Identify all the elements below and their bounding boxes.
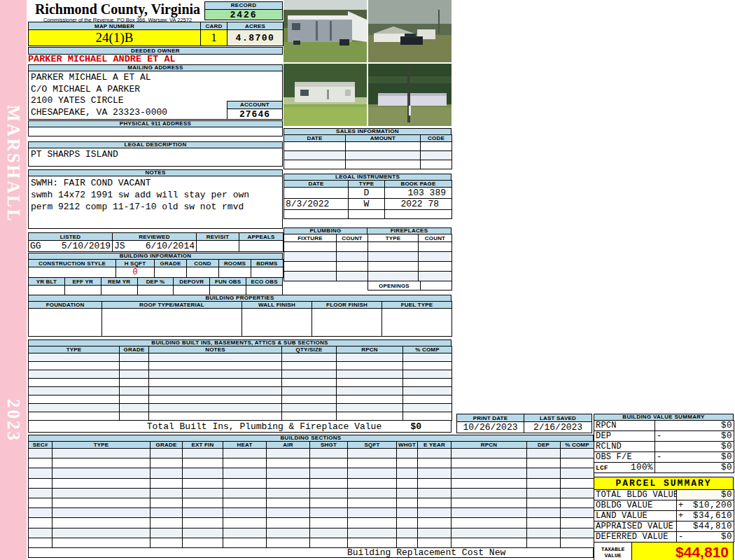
col-header: REM YR — [101, 278, 137, 286]
empty-cell — [101, 286, 137, 295]
empty-cell — [421, 160, 452, 169]
physical-address-value — [28, 127, 283, 136]
empty-cell — [403, 404, 452, 412]
empty-cell — [210, 286, 246, 295]
summary-label: DEP — [594, 431, 655, 442]
empty-cell — [348, 508, 397, 518]
col-header: BOOK PAGE — [385, 181, 452, 188]
parcel-value: $0 — [721, 490, 732, 500]
empty-cell — [337, 262, 368, 272]
col-header: EXT FIN — [183, 442, 223, 449]
map-number-value: 24(1)B — [29, 30, 201, 46]
empty-cell — [120, 362, 149, 370]
empty-cell — [403, 370, 452, 379]
physical-address-section: PHYSICAL 911 ADDRESS — [28, 120, 283, 136]
parcel-summary-row: APPRAISED VALUE $44,810 — [594, 522, 734, 532]
empty-cell — [29, 528, 52, 538]
empty-cell — [561, 518, 594, 528]
review-table: LISTED REVIEWED REVISIT APPEALS GG 5/10/… — [28, 232, 283, 252]
empty-cell — [337, 404, 403, 412]
map-card-acres: MAP NUMBER CARD ACRES 24(1)B 1 4.8700 — [28, 22, 283, 46]
parcel-label: APPRAISED VALUE — [594, 522, 677, 532]
instrument-book-page: 103 389 — [385, 188, 452, 199]
empty-cell — [368, 242, 419, 252]
empty-cell — [337, 252, 368, 262]
empty-cell — [419, 272, 452, 281]
reviewed-by: JS — [114, 241, 125, 251]
empty-cell — [348, 538, 397, 547]
parcel-label: LAND VALUE — [594, 511, 677, 522]
col-header: HEAT — [223, 442, 267, 449]
col-header: BDRMS — [251, 260, 284, 267]
building-sections: BUILDING SECTIONS SEC# TYPE GRADE EXT FI… — [28, 435, 594, 558]
empty-cell — [403, 362, 452, 370]
summary-pct: 100% — [631, 463, 653, 472]
parcel-op: + — [678, 511, 683, 521]
summary-row: OBS F/E - $0 — [594, 452, 734, 463]
empty-cell — [310, 538, 348, 547]
instrument-type: W — [349, 199, 385, 210]
reviewed-date: 6/10/2014 — [146, 241, 195, 251]
empty-cell — [150, 538, 183, 547]
col-header: DEP — [527, 442, 561, 449]
empty-cell — [561, 478, 594, 488]
empty-cell — [29, 498, 52, 507]
mailing-address-box: PARKER MICHAEL A ET AL C/O MICHAEL A PAR… — [28, 71, 283, 120]
foundation-value — [29, 309, 102, 337]
col-header: FUEL TYPE — [382, 302, 452, 309]
empty-cell — [561, 538, 594, 547]
account-box: ACCOUNT 27646 — [227, 101, 283, 120]
empty-cell — [183, 498, 223, 507]
empty-cell — [52, 488, 150, 498]
empty-cell — [120, 387, 149, 396]
empty-cell — [397, 488, 418, 498]
empty-cell — [52, 508, 150, 518]
photo-mobile-home-3[interactable] — [284, 64, 367, 126]
empty-cell — [150, 518, 183, 528]
empty-cell — [267, 498, 310, 507]
listed-label: LISTED — [29, 233, 113, 241]
summary-value: $0 — [721, 452, 732, 462]
summary-label: OBS F/E — [594, 452, 655, 463]
col-header: TYPE — [29, 346, 120, 354]
empty-cell — [282, 354, 337, 362]
year-vertical-label: 2023 — [4, 399, 23, 442]
empty-cell — [337, 242, 368, 252]
empty-cell — [120, 396, 149, 404]
empty-cell — [223, 498, 267, 507]
photo-mobile-home-2[interactable] — [368, 0, 451, 62]
empty-cell — [397, 538, 418, 547]
legal-description-text: PT SHARPS ISLAND — [29, 148, 282, 160]
empty-cell — [348, 468, 397, 478]
empty-cell — [150, 449, 183, 458]
notes-section: NOTES SWMH: FAIR COND VACANT swmh 14x72 … — [28, 169, 283, 229]
parcel-label: TOTAL BLDG VALUE — [594, 490, 677, 500]
col-header: FOUNDATION — [29, 302, 102, 309]
col-header: WALL FINISH — [242, 302, 312, 309]
card-value: 1 — [201, 30, 227, 46]
photo-mobile-home-4[interactable] — [368, 64, 451, 126]
print-date-value: 10/26/2023 — [457, 422, 524, 433]
legal-instrument-row: 8/3/2022 W 2022 78 — [284, 199, 452, 210]
photo-mobile-home-1[interactable] — [284, 0, 367, 62]
empty-cell — [267, 518, 310, 528]
empty-cell — [310, 478, 348, 488]
empty-cell — [223, 449, 267, 458]
summary-row: RCLND $0 — [594, 442, 734, 452]
fixture-label: FIXTURE — [284, 234, 337, 242]
h-sqft-value: 0 — [116, 267, 155, 278]
count-label: COUNT — [419, 234, 452, 242]
empty-cell — [527, 498, 561, 507]
listed-date: 5/10/2019 — [62, 241, 111, 251]
empty-cell — [149, 404, 282, 412]
col-header: H SQFT — [116, 260, 155, 267]
parcel-op: - — [678, 532, 683, 542]
empty-cell — [346, 142, 421, 151]
empty-cell — [337, 412, 403, 421]
map-number-label: MAP NUMBER — [29, 22, 201, 30]
empty-cell — [421, 142, 452, 151]
plumbing-fireplaces: PLUMBING FIREPLACES FIXTURE COUNT TYPE C… — [284, 227, 451, 290]
col-header: AMOUNT — [346, 135, 421, 142]
empty-cell — [451, 488, 527, 498]
empty-cell — [421, 151, 452, 160]
